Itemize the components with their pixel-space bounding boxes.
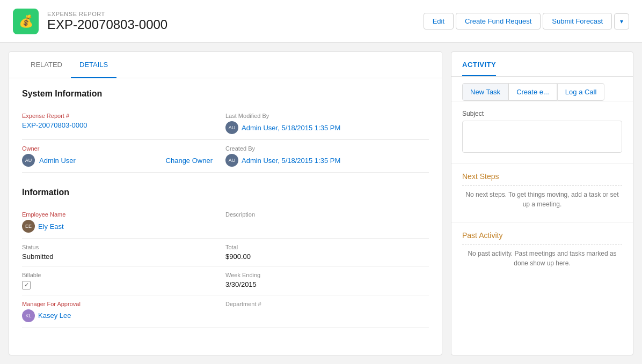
description-label: Description — [225, 211, 416, 218]
edit-button[interactable]: Edit — [424, 13, 454, 29]
created-by-value[interactable]: Admin User, 5/18/2015 1:35 PM — [242, 157, 340, 165]
owner-field: Owner AU Admin User Change Owner — [22, 140, 225, 173]
tab-log-call[interactable]: Log a Call — [557, 83, 605, 101]
header-left: 💰 EXPENSE REPORT EXP-20070803-0000 — [13, 9, 167, 34]
last-modified-label: Last Modified By — [225, 113, 416, 119]
description-field: Description — [225, 206, 429, 239]
past-activity-desc: No past activity. Past meetings and task… — [462, 244, 622, 272]
billable-label: Billable — [22, 272, 213, 278]
subject-input[interactable] — [462, 121, 622, 153]
last-modified-value-row: AU Admin User, 5/18/2015 1:35 PM — [225, 121, 416, 134]
manager-avatar: KL — [22, 309, 35, 322]
owner-avatar: AU — [22, 154, 35, 167]
employee-name-label: Employee Name — [22, 211, 213, 218]
activity-header: ACTIVITY — [451, 52, 633, 77]
week-ending-field: Week Ending 3/30/2015 — [225, 266, 429, 295]
subject-label: Subject — [462, 110, 622, 117]
department-field: Department # — [225, 295, 429, 328]
tab-create-event[interactable]: Create e... — [508, 83, 557, 101]
manager-field: Manager For Approval KL Kasey Lee — [22, 295, 225, 328]
tab-new-task[interactable]: New Task — [462, 83, 508, 101]
last-modified-field: Last Modified By AU Admin User, 5/18/201… — [225, 107, 429, 140]
owner-label: Owner — [22, 145, 213, 152]
employee-avatar: EE — [22, 220, 35, 233]
employee-name-field: Employee Name EE Ely East — [22, 206, 225, 239]
owner-value[interactable]: Admin User — [39, 157, 76, 165]
owner-value-row: AU Admin User Change Owner — [22, 154, 213, 167]
main-panel: RELATED DETAILS System Information Expen… — [9, 51, 442, 355]
submit-forecast-button[interactable]: Submit Forecast — [543, 13, 612, 29]
activity-body: Subject — [451, 101, 633, 163]
created-by-field: Created By AU Admin User, 5/18/2015 1:35… — [225, 140, 429, 173]
created-by-value-row: AU Admin User, 5/18/2015 1:35 PM — [225, 154, 416, 167]
employee-name-value[interactable]: Ely East — [38, 222, 64, 231]
page-header: 💰 EXPENSE REPORT EXP-20070803-0000 Edit … — [0, 0, 642, 43]
billable-field: Billable ✓ — [22, 266, 225, 295]
record-info: EXPENSE REPORT EXP-20070803-0000 — [47, 11, 167, 32]
total-field: Total $900.00 — [225, 239, 429, 266]
activity-tabs: New Task Create e... Log a Call — [462, 83, 622, 101]
page-content: RELATED DETAILS System Information Expen… — [0, 43, 642, 364]
activity-panel: ACTIVITY New Task Create e... Log a Call… — [451, 51, 633, 355]
expense-report-label: Expense Report # — [22, 113, 213, 119]
last-modified-value[interactable]: Admin User, 5/18/2015 1:35 PM — [242, 124, 340, 132]
manager-value-row: KL Kasey Lee — [22, 309, 213, 322]
past-activity-section: Past Activity No past activity. Past mee… — [451, 222, 633, 281]
tab-details[interactable]: DETAILS — [71, 52, 116, 78]
next-steps-title: Next Steps — [462, 172, 622, 181]
created-by-avatar: AU — [225, 154, 238, 167]
system-info-title: System Information — [22, 89, 429, 99]
activity-tabs-container: New Task Create e... Log a Call — [451, 77, 633, 101]
total-value: $900.00 — [225, 252, 416, 261]
manager-value[interactable]: Kasey Lee — [38, 311, 71, 320]
department-label: Department # — [225, 301, 416, 307]
expense-report-value[interactable]: EXP-20070803-0000 — [22, 121, 87, 129]
create-fund-request-button[interactable]: Create Fund Request — [456, 13, 541, 29]
status-value: Submitted — [22, 252, 213, 261]
expense-report-field: Expense Report # EXP-20070803-0000 — [22, 107, 225, 140]
manager-label: Manager For Approval — [22, 301, 213, 307]
system-information-section: System Information Expense Report # EXP-… — [9, 78, 442, 177]
header-actions: Edit Create Fund Request Submit Forecast… — [424, 13, 629, 29]
activity-title: ACTIVITY — [462, 61, 496, 76]
total-label: Total — [225, 244, 416, 250]
system-info-fields: Expense Report # EXP-20070803-0000 Last … — [22, 107, 429, 173]
dropdown-button[interactable]: ▾ — [614, 13, 629, 29]
next-steps-desc: No next steps. To get things moving, add… — [462, 185, 622, 213]
last-modified-avatar: AU — [225, 121, 238, 134]
information-section: Information Employee Name EE Ely East De… — [9, 177, 442, 332]
information-fields: Employee Name EE Ely East Description St… — [22, 206, 429, 328]
information-title: Information — [22, 188, 429, 197]
next-steps-section: Next Steps No next steps. To get things … — [451, 163, 633, 222]
record-type-label: EXPENSE REPORT — [47, 11, 167, 17]
app-icon: 💰 — [13, 9, 39, 34]
status-label: Status — [22, 244, 213, 250]
week-ending-label: Week Ending — [225, 272, 416, 278]
past-activity-title: Past Activity — [462, 231, 622, 240]
change-owner-link[interactable]: Change Owner — [166, 157, 213, 165]
week-ending-value: 3/30/2015 — [225, 280, 416, 288]
tabs-bar: RELATED DETAILS — [9, 52, 442, 78]
billable-checkbox[interactable]: ✓ — [22, 281, 31, 289]
record-id: EXP-20070803-0000 — [47, 17, 167, 32]
created-by-label: Created By — [225, 145, 416, 152]
tab-related[interactable]: RELATED — [22, 52, 71, 78]
employee-name-value-row: EE Ely East — [22, 220, 213, 233]
status-field: Status Submitted — [22, 239, 225, 266]
